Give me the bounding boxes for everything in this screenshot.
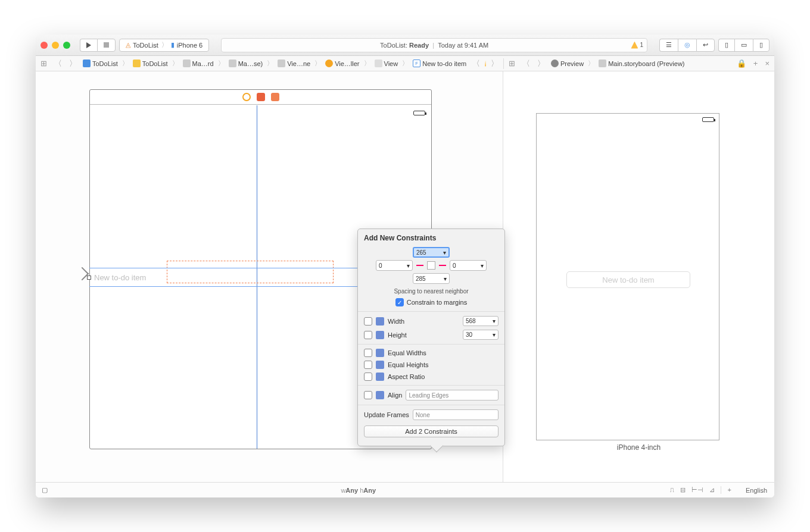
jump-next-issue[interactable]: 〉 xyxy=(488,58,501,69)
stop-button[interactable] xyxy=(97,39,116,52)
height-checkbox[interactable] xyxy=(364,331,372,339)
close-icon[interactable] xyxy=(40,42,48,49)
status-time: Today at 9:41 AM xyxy=(438,42,488,49)
equal-widths-label: Equal Widths xyxy=(388,349,426,356)
status-app: ToDoList: xyxy=(380,42,407,49)
activity-viewer[interactable]: ToDoList: Ready | Today at 9:41 AM 1 xyxy=(221,38,647,52)
right-spacing-field[interactable]: 0▾ xyxy=(450,260,487,271)
align-selector[interactable]: Leading Edges xyxy=(406,390,499,400)
height-field[interactable]: 30▾ xyxy=(463,330,499,340)
jump-controller[interactable]: Vie…ller xyxy=(324,60,360,67)
document-outline-toggle[interactable]: ▢ xyxy=(36,486,54,494)
battery-icon xyxy=(702,117,714,122)
textfield-icon: F xyxy=(413,60,420,67)
height-label: Height xyxy=(388,331,407,339)
panel-toggle-group: ▯ ▭ ▯ xyxy=(718,39,770,52)
project-icon xyxy=(83,60,91,67)
width-field[interactable]: 568▾ xyxy=(463,316,499,326)
preview-language-selector[interactable]: English xyxy=(739,487,774,494)
top-spacing-field[interactable]: 265▾ xyxy=(413,247,450,258)
first-responder-icon[interactable] xyxy=(257,93,265,101)
add-preview-button[interactable]: + xyxy=(721,486,731,494)
resize-handle[interactable] xyxy=(87,276,91,280)
equal-heights-checkbox[interactable] xyxy=(364,361,372,369)
lock-icon[interactable]: 🔒 xyxy=(734,59,749,68)
minimize-icon[interactable] xyxy=(52,42,59,49)
viewcontroller-icon[interactable] xyxy=(242,93,251,101)
scheme-selector[interactable]: ◬ ToDoList 〉 ▮ iPhone 6 xyxy=(119,39,209,52)
resolve-issues-button[interactable]: ⊿ xyxy=(709,486,715,494)
assistant-related-button[interactable]: ⊞ xyxy=(506,59,518,68)
update-frames-label: Update Frames xyxy=(364,411,409,418)
width-checkbox[interactable] xyxy=(364,317,372,326)
assistant-editor-button[interactable]: ◎ xyxy=(678,39,696,52)
related-items-button[interactable]: ⊞ xyxy=(38,59,49,68)
run-stop-group xyxy=(80,39,116,52)
warning-count: 1 xyxy=(640,42,643,48)
jump-base[interactable]: Ma…se) xyxy=(228,60,264,67)
align-button[interactable]: ⊟ xyxy=(680,486,686,494)
warning-icon[interactable] xyxy=(485,61,486,67)
jump-project[interactable]: ToDoList xyxy=(82,60,119,67)
preview-icon xyxy=(551,60,559,67)
add-constraints-button[interactable]: Add 2 Constraints xyxy=(364,425,499,437)
assistant-forward-button[interactable]: 〉 xyxy=(535,58,547,69)
aspect-ratio-checkbox[interactable] xyxy=(364,373,372,381)
jump-prev-issue[interactable]: 〈 xyxy=(470,58,482,69)
spacing-diagram: 265▾ 0▾ 0▾ 285▾ Spacing to nearest neigh… xyxy=(358,245,504,311)
standard-editor-button[interactable]: ☰ xyxy=(659,39,678,52)
jump-textfield[interactable]: FNew to-do item xyxy=(412,60,468,67)
close-assistant-button[interactable]: × xyxy=(762,59,772,68)
toggle-debug-button[interactable]: ▭ xyxy=(734,39,753,52)
editor-mode-group: ☰ ◎ ↩ xyxy=(659,39,715,52)
preview-device-frame[interactable]: New to-do item xyxy=(536,113,719,440)
scene-icon xyxy=(278,60,285,67)
jump-scene[interactable]: Vie…ne xyxy=(276,60,311,67)
left-strut[interactable] xyxy=(416,265,423,266)
scheme-app: ToDoList xyxy=(133,42,158,49)
left-spacing-field[interactable]: 0▾ xyxy=(376,260,413,271)
toggle-utilities-button[interactable]: ▯ xyxy=(753,39,770,52)
entry-point-arrow[interactable] xyxy=(71,268,89,282)
scheme-device: iPhone 6 xyxy=(177,42,202,49)
back-button[interactable]: 〈 xyxy=(52,58,64,69)
add-assistant-button[interactable]: + xyxy=(751,59,761,68)
add-constraints-popover: Add New Constraints 265▾ 0▾ 0▾ 285▾ Spac… xyxy=(357,229,505,446)
right-strut[interactable] xyxy=(439,265,446,266)
canvas-footer: ▢ wAny hAny ⎍ ⊟ ⊢⊣ ⊿ + English xyxy=(36,482,774,497)
assistant-back-button[interactable]: 〈 xyxy=(520,58,532,69)
play-icon xyxy=(86,42,91,48)
status-state: Ready xyxy=(409,42,429,49)
popover-title: Add New Constraints xyxy=(358,229,504,245)
size-class-control[interactable]: wAny hAny xyxy=(54,487,663,494)
jump-view[interactable]: View xyxy=(373,60,400,67)
bottom-spacing-field[interactable]: 285▾ xyxy=(413,273,450,284)
folder-icon xyxy=(133,60,141,67)
warning-indicator[interactable]: 1 xyxy=(631,42,643,49)
update-frames-selector[interactable]: None xyxy=(413,409,499,420)
toggle-navigator-button[interactable]: ▯ xyxy=(718,39,734,52)
version-editor-button[interactable]: ↩ xyxy=(696,39,715,52)
exit-icon[interactable] xyxy=(271,93,279,101)
align-checkbox[interactable] xyxy=(364,391,372,399)
preview-textfield: New to-do item xyxy=(566,271,690,288)
warning-icon xyxy=(631,42,638,49)
forward-button[interactable]: 〉 xyxy=(67,58,79,69)
align-icon xyxy=(376,391,384,399)
align-label: Align xyxy=(388,392,402,399)
assistant-preview[interactable]: Preview xyxy=(550,60,585,67)
file-icon xyxy=(599,60,606,67)
run-button[interactable] xyxy=(80,39,97,52)
jump-storyboard[interactable]: Ma…rd xyxy=(182,60,215,67)
stack-button[interactable]: ⎍ xyxy=(670,486,674,494)
aspect-ratio-icon xyxy=(376,373,384,381)
preview-pane: New to-do item iPhone 4-inch xyxy=(503,71,774,482)
scene-dock xyxy=(90,90,431,105)
textfield-placeholder: New to-do item xyxy=(94,273,146,282)
equal-widths-checkbox[interactable] xyxy=(364,349,372,357)
zoom-icon[interactable] xyxy=(63,42,70,49)
jump-folder[interactable]: ToDoList xyxy=(132,60,169,67)
assistant-file[interactable]: Main.storyboard (Preview) xyxy=(597,60,686,67)
constrain-margins-checkbox[interactable]: ✓ xyxy=(395,298,404,306)
pin-button[interactable]: ⊢⊣ xyxy=(691,486,703,494)
